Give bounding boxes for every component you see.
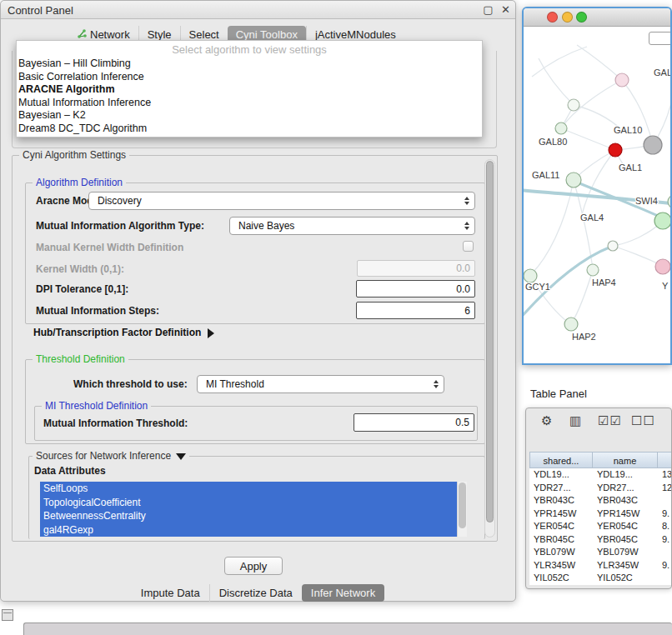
table-row[interactable]: YPR145WYPR145W9. — [529, 508, 672, 521]
table-row[interactable]: YIL052CYIL052C — [529, 572, 672, 585]
data-attributes-label: Data Attributes — [34, 465, 106, 477]
attribute-item[interactable]: BetweennessCentrality — [40, 509, 457, 523]
network-edge — [539, 58, 574, 105]
network-node[interactable] — [668, 195, 670, 208]
tab-label: Network — [90, 28, 130, 41]
network-edge — [577, 45, 622, 80]
table-cell: YPR145W — [529, 508, 593, 521]
node-label: HAP4 — [592, 278, 616, 288]
algorithm-option[interactable]: Basic Correlation Inference — [17, 71, 482, 84]
chevron-down-icon — [176, 453, 186, 460]
algorithm-option[interactable]: Bayesian – Hill Climbing — [17, 58, 482, 71]
network-node[interactable] — [566, 172, 581, 188]
table-cell — [658, 546, 672, 559]
network-node[interactable] — [524, 269, 537, 282]
algorithm-option[interactable]: Bayesian – K2 — [17, 109, 482, 122]
tab-discretize-data[interactable]: Discretize Data — [209, 584, 302, 602]
network-node[interactable] — [609, 143, 622, 157]
mi-threshold-field[interactable]: 0.5 — [354, 413, 474, 432]
table-panel-window: ⚙▥☑☑☐☐ shared...name YDL19...YDL19...13Y… — [525, 408, 672, 589]
algorithm-option[interactable]: Dream8 DC_TDC Algorithm — [17, 122, 482, 136]
table-row[interactable]: YBR045CYBR045C9. — [529, 533, 672, 547]
table-cell: YER054C — [593, 520, 658, 533]
mi-steps-field[interactable]: 6 — [356, 302, 475, 319]
aracne-mode-select[interactable]: Discovery — [88, 192, 475, 210]
network-node[interactable] — [587, 264, 599, 276]
network-node[interactable] — [655, 259, 670, 274]
checked-pair-icon[interactable]: ☑☑ — [598, 413, 622, 428]
float-panel-icon[interactable]: ▢ — [483, 3, 493, 16]
sources-group: Sources for Network Inference Data Attri… — [28, 456, 485, 539]
table-row[interactable]: YBL079WYBL079W — [529, 546, 672, 559]
attribute-item[interactable]: SelfLoops — [40, 482, 457, 496]
algorithm-option[interactable]: Mutual Information Inference — [17, 97, 482, 110]
network-node[interactable] — [555, 122, 567, 134]
table-cell: YBR045C — [593, 533, 658, 547]
network-node[interactable] — [615, 73, 629, 87]
table-row[interactable]: YER054CYER054C8. — [529, 520, 672, 533]
network-node[interactable] — [654, 212, 670, 229]
column-header-shared[interactable]: shared... — [529, 452, 593, 468]
attributes-scrollbar-thumb[interactable] — [459, 482, 466, 528]
network-edge — [613, 246, 661, 265]
gear-icon[interactable]: ⚙ — [541, 413, 553, 428]
network-edge — [622, 80, 653, 145]
attribute-item[interactable]: gal4RGexp — [40, 523, 457, 538]
apply-button[interactable]: Apply — [224, 557, 283, 575]
algorithm-popup-placeholder: Select algorithm to view settings — [17, 42, 482, 58]
attributes-scrollbar[interactable] — [457, 482, 467, 537]
algorithm-option[interactable]: ARACNE Algorithm — [17, 83, 482, 97]
close-button[interactable] — [547, 12, 558, 22]
columns-icon[interactable]: ▥ — [569, 413, 582, 428]
network-node[interactable] — [564, 318, 578, 331]
table-cell: YBL079W — [593, 546, 658, 559]
network-canvas[interactable]: GALGAL80GAL10GAL11GAL1SWI4GAL4GCY1HAP4HA… — [524, 27, 670, 363]
network-window-titlebar[interactable] — [524, 8, 670, 27]
mi-type-select[interactable]: Naive Bayes — [229, 217, 475, 235]
settings-scrollbar-thumb[interactable] — [486, 161, 494, 522]
minimize-button[interactable] — [562, 12, 573, 22]
column-header-extra[interactable] — [658, 452, 672, 468]
unchecked-pair-icon[interactable]: ☐☐ — [631, 413, 655, 428]
minimized-panel-icon[interactable] — [2, 609, 13, 621]
node-label: GAL4 — [580, 212, 604, 222]
network-node[interactable] — [608, 241, 618, 251]
network-node[interactable] — [644, 136, 662, 154]
manual-kernel-label: Manual Kernel Width Definition — [36, 242, 183, 253]
settings-scrollbar[interactable] — [484, 159, 495, 538]
which-threshold-select[interactable]: MI Threshold — [197, 375, 444, 393]
attribute-item[interactable]: TopologicalCoefficient — [40, 496, 457, 510]
table-toolbar: ⚙▥☑☑☐☐ — [526, 413, 671, 433]
table-cell: YIL052C — [529, 572, 593, 585]
table-cell: YDR27... — [529, 482, 593, 495]
table-row[interactable]: YDR27...YDR27...12 — [529, 482, 672, 495]
kernel-width-field[interactable]: 0.0 — [357, 260, 475, 277]
table-row[interactable]: YBR043CYBR043C — [529, 494, 672, 508]
node-label: GAL10 — [614, 125, 642, 135]
network-view-window: GALGAL80GAL10GAL11GAL1SWI4GAL4GCY1HAP4HA… — [522, 7, 672, 365]
tab-label: jActiveMNodules — [315, 28, 396, 41]
table-row[interactable]: YLR345WYLR345W9. — [529, 559, 672, 572]
table-cell: YDL19... — [593, 468, 658, 482]
zoom-button[interactable] — [576, 12, 587, 22]
manual-kernel-checkbox[interactable] — [463, 241, 474, 252]
updown-arrows-icon — [464, 222, 469, 230]
table-row[interactable]: YDL19...YDL19...13 — [529, 468, 672, 482]
dpi-tolerance-field[interactable]: 0.0 — [356, 280, 475, 298]
tab-impute-data[interactable]: Impute Data — [132, 584, 209, 602]
table-cell: YER054C — [529, 520, 593, 533]
tab-label: Cyni Toolbox — [236, 28, 298, 41]
node-label: SWI4 — [635, 196, 658, 206]
hub-definition-toggle[interactable]: Hub/Transcription Factor Definition — [33, 327, 214, 338]
window-title: Control Panel — [8, 4, 73, 17]
close-panel-icon[interactable]: ✕ — [501, 3, 510, 16]
control-panel-titlebar[interactable]: Control Panel ▢ ✕ — [1, 1, 515, 19]
tab-infer-network[interactable]: Infer Network — [302, 584, 384, 602]
sources-toggle[interactable]: Sources for Network Inference — [33, 450, 189, 462]
mi-steps-label: Mutual Information Steps: — [36, 305, 159, 317]
column-header-name[interactable]: name — [593, 452, 658, 468]
network-node[interactable] — [568, 99, 579, 111]
cyni-algorithm-settings-group: Cyni Algorithm Settings Algorithm Defini… — [12, 155, 498, 542]
bottom-window-edge[interactable] — [23, 622, 672, 635]
node-label: GAL — [654, 68, 670, 78]
